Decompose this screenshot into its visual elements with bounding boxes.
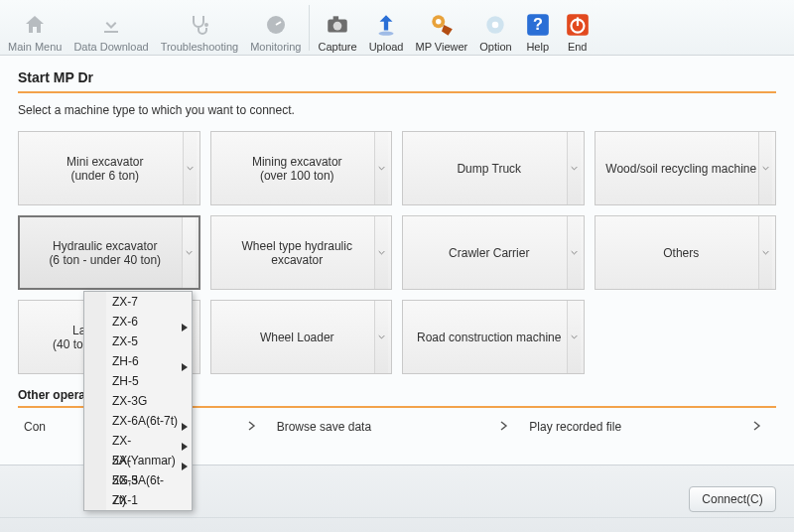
chevron-down-icon[interactable] xyxy=(374,301,388,373)
other-op-label: Browse save data xyxy=(277,420,371,434)
page-title: Start MP Dr xyxy=(18,69,776,91)
svg-point-0 xyxy=(204,23,208,27)
svg-point-7 xyxy=(436,19,441,24)
dropdown-item-zx6[interactable]: ZX-6 xyxy=(106,312,192,332)
dropdown-item-zh5[interactable]: ZH-5 xyxy=(106,371,192,391)
dropdown-item-zx3[interactable]: ZX-3 xyxy=(106,470,192,490)
toolbar-label: MP Viewer xyxy=(415,41,467,53)
title-rule xyxy=(18,91,776,93)
empty-cell xyxy=(595,300,777,374)
dropdown-item-label: ZX-1 xyxy=(112,493,138,507)
toolbar-label: Data Download xyxy=(73,41,148,53)
machine-tile-hydraulic-excavator[interactable]: Hydraulic excavator (6 ton - under 40 to… xyxy=(18,215,200,290)
tile-line1: Lar xyxy=(29,324,89,337)
svg-point-9 xyxy=(492,21,499,28)
toolbar-data-download[interactable]: Data Download xyxy=(67,1,154,55)
machine-type-dropdown[interactable]: ZX-7 ZX-6 ZX-5 ZH-6 ZH-5 ZX-3G ZX-6A(6t-… xyxy=(83,291,193,511)
gear-shield-icon xyxy=(428,11,456,39)
chevron-down-icon[interactable] xyxy=(567,216,581,289)
chevron-down-icon[interactable] xyxy=(758,132,772,204)
dropdown-item-zx7[interactable]: ZX-7 xyxy=(106,292,192,312)
toolbar-label: Help xyxy=(526,41,549,53)
power-icon xyxy=(564,11,592,39)
instruction-text: Select a machine type to which you want … xyxy=(18,103,776,117)
toolbar-end[interactable]: End xyxy=(558,1,597,55)
arrow-right-icon xyxy=(752,420,762,434)
machine-tile-mini-excavator[interactable]: Mini excavator (under 6 ton) xyxy=(18,131,200,205)
dropdown-item-label: ZH-6 xyxy=(112,354,139,368)
machine-tile-dump-truck[interactable]: Dump Truck xyxy=(402,131,585,205)
toolbar-upload[interactable]: Upload xyxy=(363,1,410,55)
connect-button[interactable]: Connect(C) xyxy=(689,486,776,512)
machine-tile-mining-excavator[interactable]: Mining excavator (over 100 ton) xyxy=(210,131,393,205)
dropdown-item-zx6a[interactable]: ZX-6A(6t-7t) xyxy=(106,411,192,431)
download-icon xyxy=(97,11,125,39)
other-op-item-2[interactable]: Browse save data xyxy=(271,420,524,434)
tile-line1: Wheel Loader xyxy=(260,331,334,344)
gear-light-icon xyxy=(481,11,509,39)
machine-tile-wheel-loader[interactable]: Wheel Loader xyxy=(210,300,393,374)
dropdown-item-label: ZX-3G xyxy=(112,394,147,408)
chevron-down-icon[interactable] xyxy=(182,217,196,288)
dropdown-item-zh6[interactable]: ZH-6 xyxy=(106,351,192,371)
chevron-down-icon[interactable] xyxy=(374,216,388,289)
svg-rect-14 xyxy=(577,17,579,26)
chevron-down-icon[interactable] xyxy=(183,132,197,204)
toolbar-mp-viewer[interactable]: MP Viewer xyxy=(409,1,473,55)
tile-line1: Wheel type hydraulic excavator xyxy=(221,239,374,267)
upload-icon xyxy=(372,11,400,39)
footer-rule xyxy=(0,517,794,518)
help-icon: ? xyxy=(524,11,552,39)
tile-line1: Dump Truck xyxy=(457,162,521,176)
connect-button-label: Connect(C) xyxy=(702,492,762,506)
other-op-label: Con xyxy=(24,420,46,434)
dropdown-item-zx5a-yanmar[interactable]: ZX-5A(Yanmar) xyxy=(106,431,192,451)
chevron-down-icon[interactable] xyxy=(567,132,581,204)
home-icon xyxy=(21,11,49,39)
toolbar-help[interactable]: ? Help xyxy=(518,1,558,55)
dropdown-item-zx3g[interactable]: ZX-3G xyxy=(106,391,192,411)
tile-line1: Mini excavator xyxy=(66,155,143,169)
dropdown-item-zx5[interactable]: ZX-5 xyxy=(106,332,192,351)
toolbar-label: Main Menu xyxy=(8,41,62,53)
camera-icon xyxy=(324,11,351,39)
toolbar-label: Troubleshooting xyxy=(161,41,238,53)
toolbar-main-menu[interactable]: Main Menu xyxy=(2,1,67,55)
svg-rect-4 xyxy=(333,16,338,20)
tile-line1: Hydraulic excavator xyxy=(53,239,157,253)
gauge-icon xyxy=(262,11,290,39)
other-op-label: Play recorded file xyxy=(529,420,621,434)
toolbar-label: Option xyxy=(479,41,511,53)
chevron-down-icon[interactable] xyxy=(567,301,581,373)
dropdown-item-zx1[interactable]: ZX-1 xyxy=(106,490,192,510)
arrow-right-icon xyxy=(499,420,509,434)
arrow-right-icon xyxy=(247,420,257,434)
machine-tile-wood-soil-recycling[interactable]: Wood/soil recycling machine xyxy=(595,131,777,205)
chevron-down-icon[interactable] xyxy=(374,132,388,204)
dropdown-item-label: ZX-5 xyxy=(112,334,138,348)
machine-tile-others[interactable]: Others xyxy=(595,215,777,290)
other-op-item-3[interactable]: Play recorded file xyxy=(523,420,776,434)
tile-line1: Wood/soil recycling machine xyxy=(605,162,756,176)
dropdown-item-label: ZH-5 xyxy=(112,374,139,388)
toolbar-troubleshooting[interactable]: Troubleshooting xyxy=(155,1,244,55)
toolbar-monitoring[interactable]: Monitoring xyxy=(244,1,307,55)
dropdown-item-label: ZX-6 xyxy=(112,315,138,329)
machine-tile-wheel-hydraulic-excavator[interactable]: Wheel type hydraulic excavator xyxy=(210,215,393,290)
stethoscope-icon xyxy=(186,11,213,39)
dropdown-item-label: ZX-3 xyxy=(112,473,138,487)
tile-line1: Crawler Carrier xyxy=(449,246,529,260)
tile-line2: (under 6 ton) xyxy=(70,169,139,183)
toolbar-label: End xyxy=(568,41,588,53)
toolbar-separator xyxy=(309,5,310,51)
machine-tile-road-construction[interactable]: Road construction machine xyxy=(402,300,585,374)
machine-tile-crawler-carrier[interactable]: Crawler Carrier xyxy=(402,215,585,290)
chevron-down-icon[interactable] xyxy=(758,216,772,289)
dropdown-item-zx5g5a[interactable]: ZX-5G,5A(6t-7t) xyxy=(106,451,192,470)
toolbar: Main Menu Data Download Troubleshooting … xyxy=(0,0,794,56)
toolbar-label: Capture xyxy=(318,41,356,53)
tile-line1: Road construction machine xyxy=(417,331,561,344)
svg-point-3 xyxy=(333,21,342,30)
toolbar-option[interactable]: Option xyxy=(473,1,517,55)
toolbar-capture[interactable]: Capture xyxy=(312,1,362,55)
